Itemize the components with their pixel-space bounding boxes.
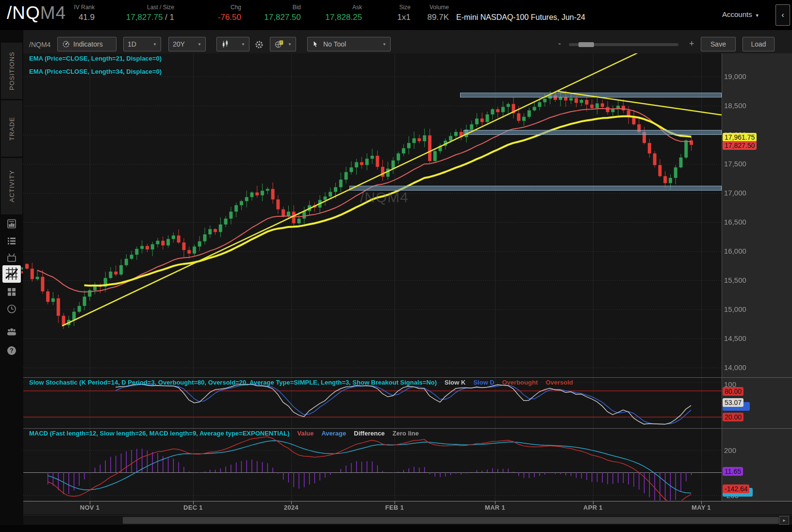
trading-app: /NQM4 IV Rank 41.9 Last / Size 17,827.75… [0, 0, 792, 532]
ema34-label[interactable]: EMA (Price=CLOSE, Length=34, Displace=0) [29, 68, 162, 75]
chevron-down-icon: ▼ [755, 13, 759, 18]
people-icon[interactable] [6, 326, 17, 338]
cursor-icon [312, 40, 319, 48]
accounts-menu[interactable]: Accounts▼ [722, 10, 759, 18]
history-icon[interactable] [6, 303, 17, 315]
bottom-strip [0, 525, 792, 532]
chevron-down-icon: ▼ [237, 42, 245, 47]
help-icon[interactable]: ? [6, 345, 17, 356]
drawing-tool-dropdown[interactable]: No Tool▼ [307, 37, 391, 51]
sidebar-tab-activity[interactable]: ACTIVITY [1, 158, 22, 214]
chart-toolbar: /NQM4 Indicators 1D▼ 20Y▼ ▼ [23, 30, 792, 53]
indicators-button[interactable]: Indicators [57, 37, 116, 51]
tile-down-mark [21, 271, 23, 274]
range-dropdown[interactable]: 20Y▼ [168, 37, 206, 51]
stat-chg: Chg -76.50 [193, 0, 241, 30]
scrollbar-thumb[interactable] [123, 517, 779, 524]
gauge-icon [62, 40, 70, 48]
horizontal-scrollbar[interactable]: ▸ [23, 515, 792, 525]
load-button[interactable]: Load [742, 37, 775, 51]
contract-title: E-mini NASDAQ-100 Futures, Jun-24 [456, 13, 585, 22]
toolbar-symbol: /NQM4 [29, 41, 50, 48]
save-button[interactable]: Save [701, 37, 736, 51]
scrollbar-right-arrow[interactable]: ▸ [779, 516, 789, 525]
sidebar: POSITIONS TRADE ACTIVITY [0, 30, 23, 532]
zoom-slider[interactable] [569, 43, 678, 46]
stat-ask: Ask 17,828.25 [304, 0, 362, 30]
stat-last-size: Last / Size 17,827.75 / 1 [106, 0, 174, 30]
tile-up-mark [21, 267, 23, 270]
timeframe-dropdown[interactable]: 1D▼ [123, 37, 161, 51]
zoom-in-button[interactable]: + [689, 39, 694, 49]
candlestick-icon [221, 40, 230, 48]
price-chart-canvas[interactable] [0, 0, 792, 532]
globe-note-icon [274, 39, 284, 49]
list-icon[interactable] [6, 235, 17, 247]
gear-icon[interactable] [254, 40, 264, 49]
chevron-down-icon: ▼ [194, 42, 201, 47]
svg-text:?: ? [10, 347, 13, 354]
chevron-down-icon: ▼ [379, 42, 386, 47]
tv-icon[interactable] [6, 252, 17, 264]
chart-type-dropdown[interactable]: ▼ [216, 37, 249, 51]
grid-icon[interactable] [6, 286, 17, 298]
report-icon[interactable] [6, 218, 17, 230]
chevron-down-icon: ▼ [284, 42, 292, 47]
zoom-slider-thumb[interactable] [578, 42, 594, 47]
chart-style-dropdown[interactable]: ▼ [270, 37, 296, 51]
stochastic-study-label[interactable]: Slow Stochastic (K Period=14, D Period=3… [29, 379, 437, 386]
stat-size: Size 1x1 [372, 0, 411, 30]
collapse-panel-button[interactable]: ‹ [776, 4, 790, 26]
chart-icon[interactable] [2, 265, 21, 283]
macd-study-label[interactable]: MACD (Fast length=12, Slow length=26, MA… [29, 430, 289, 437]
stat-iv-rank: IV Rank 41.9 [46, 0, 95, 30]
stat-volume: Volume 89.7K [410, 0, 449, 30]
sidebar-tab-trade[interactable]: TRADE [1, 100, 22, 157]
stat-bid: Bid 17,827.50 [243, 0, 301, 30]
ema21-label[interactable]: EMA (Price=CLOSE, Length=21, Displace=0) [29, 55, 162, 62]
chevron-left-icon: ‹ [781, 10, 784, 19]
zoom-out-button[interactable]: - [558, 39, 561, 49]
chevron-down-icon: ▼ [149, 42, 157, 47]
sidebar-tab-positions[interactable]: POSITIONS [1, 43, 22, 99]
header: /NQM4 IV Rank 41.9 Last / Size 17,827.75… [0, 0, 792, 30]
